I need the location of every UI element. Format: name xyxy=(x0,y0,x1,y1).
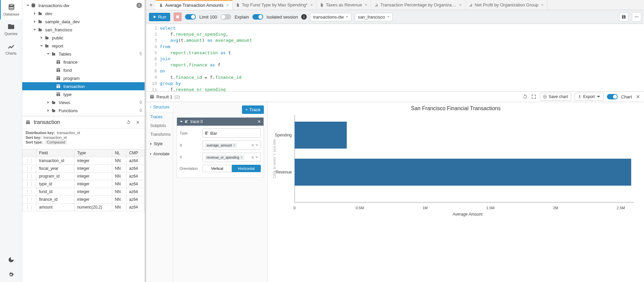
save-button[interactable] xyxy=(619,12,628,22)
cfg-subplots[interactable]: Subplots xyxy=(146,121,173,130)
add-trace-button[interactable]: + Trace xyxy=(242,105,264,114)
type-select[interactable]: Bar xyxy=(203,128,261,138)
chevron-down-icon[interactable] xyxy=(255,144,258,147)
rail-queries[interactable]: Queries xyxy=(0,20,22,39)
cfg-label: Annotate xyxy=(153,152,170,156)
tree-db-dev[interactable]: dev xyxy=(22,9,145,18)
database-dropdown[interactable]: san_francisco xyxy=(355,13,393,21)
table-row[interactable]: ⋮⋮fund_idintegerNNaz64 xyxy=(23,188,145,196)
tree-db-sample[interactable]: sample_data_dev xyxy=(22,18,145,26)
chevron-down-icon[interactable] xyxy=(255,156,258,159)
svg-point-1 xyxy=(636,17,637,17)
col-header-nl[interactable]: NL xyxy=(112,149,126,157)
new-tab-button[interactable]: + xyxy=(146,2,156,8)
result-toolbar: Result 1 (2) Save chart Export Chart xyxy=(146,91,644,102)
expand-button[interactable] xyxy=(531,94,536,99)
table-row[interactable]: ⋮⋮program_idintegerNNaz64 xyxy=(23,173,145,180)
refresh-button[interactable] xyxy=(522,94,528,99)
export-button[interactable]: Export xyxy=(575,93,604,101)
table-row[interactable]: ⋮⋮fiscal_yearintegerNNaz64 xyxy=(23,165,145,173)
close-result-button[interactable] xyxy=(635,94,641,99)
explain-toggle[interactable] xyxy=(220,14,231,20)
tree-schema-report[interactable]: report xyxy=(22,42,145,50)
y-select[interactable]: revenue_or_spending× xyxy=(203,153,261,162)
info-icon[interactable]: i xyxy=(136,3,142,8)
chart-title[interactable]: San Francisco Financial Transactions xyxy=(271,105,641,112)
chart-canvas[interactable]: San Francisco Financial Transactions Cli… xyxy=(268,102,644,282)
x-tick-label: 0 xyxy=(294,206,296,210)
editor-tab[interactable]: Average Transaction Amounts× xyxy=(156,0,233,10)
limit-toggle[interactable] xyxy=(185,14,196,20)
info-icon[interactable]: i xyxy=(301,14,307,20)
tab-close[interactable]: × xyxy=(365,2,367,7)
editor-tab[interactable]: Transaction Percentage by Organization G… xyxy=(371,0,465,10)
chart-bar[interactable] xyxy=(295,159,631,186)
sql-editor[interactable]: 12345678910111213 select f.revenue_or_sp… xyxy=(146,24,644,91)
tab-label: Top Fund Type by Max Spending* xyxy=(242,2,308,7)
editor-tab[interactable]: Taxes as Revenue× xyxy=(316,0,371,10)
save-chart-label: Save chart xyxy=(549,94,568,99)
more-button[interactable] xyxy=(632,12,641,22)
x-axis-label[interactable]: Average Amount xyxy=(295,212,641,217)
x-select[interactable]: average_amount× xyxy=(203,140,261,150)
table-detail-panel: transaction Distribution key:transaction… xyxy=(22,116,145,282)
col-header-type[interactable]: Type xyxy=(74,149,112,157)
connection-dropdown[interactable]: transactions-dw xyxy=(310,13,351,21)
tab-close[interactable]: × xyxy=(226,3,229,8)
orient-horizontal[interactable]: Horizontal xyxy=(232,165,261,172)
y-category-label: Spending xyxy=(268,133,292,137)
table-row[interactable]: ⋮⋮finance_idintegerNNaz64 xyxy=(23,196,145,203)
settings-button[interactable] xyxy=(0,267,22,282)
rail-database[interactable]: Database xyxy=(0,0,22,20)
table-row[interactable]: ⋮⋮amountnumeric(20,2)NNaz64 xyxy=(23,203,145,211)
chip-remove[interactable]: × xyxy=(241,156,243,159)
tab-close[interactable]: × xyxy=(310,2,313,7)
tree-table-finance[interactable]: finance xyxy=(22,58,145,66)
refresh-button[interactable] xyxy=(125,119,132,126)
tree-table-type[interactable]: type xyxy=(22,90,145,98)
orient-vertical[interactable]: Vertical xyxy=(203,165,232,172)
cfg-transforms[interactable]: Transforms xyxy=(146,130,173,139)
editor-tab[interactable]: Net Profit by Organization Group× xyxy=(465,0,547,10)
cfg-traces[interactable]: Traces xyxy=(146,113,173,121)
tree-table-transaction[interactable]: transaction xyxy=(22,82,145,90)
meta-value: transaction_id xyxy=(43,135,67,139)
result-tab[interactable]: Result 1 (2) xyxy=(150,94,180,99)
tree-views[interactable]: Views 0 xyxy=(22,98,145,106)
close-icon xyxy=(635,94,641,99)
col-header-cmp[interactable]: CMP xyxy=(126,149,145,157)
tab-close[interactable]: × xyxy=(541,2,544,7)
chevron-right-icon xyxy=(33,12,36,15)
tree-connection[interactable]: transactions-dw i xyxy=(22,1,145,9)
chart-bar[interactable] xyxy=(295,122,347,149)
svg-point-0 xyxy=(635,17,636,17)
tree-db-sf[interactable]: san_francisco xyxy=(22,26,145,34)
tree-tables[interactable]: Tables 5 xyxy=(22,50,145,58)
rail-charts[interactable]: Charts xyxy=(0,39,22,59)
trace-header[interactable]: trace 0 ✕ xyxy=(177,118,264,126)
theme-toggle[interactable] xyxy=(0,252,22,267)
tree-table-program[interactable]: program xyxy=(22,74,145,82)
stop-button[interactable] xyxy=(174,12,182,21)
close-button[interactable] xyxy=(134,119,141,126)
editor-tab[interactable]: Top Fund Type by Max Spending*× xyxy=(233,0,316,10)
close-icon[interactable] xyxy=(251,144,254,147)
tree-functions[interactable]: Functions 0 xyxy=(22,106,145,115)
tree-schema-public[interactable]: public xyxy=(22,34,145,42)
table-row[interactable]: ⋮⋮type_idintegerNNaz64 xyxy=(23,180,145,188)
tree-count: 0 xyxy=(140,108,142,113)
save-chart-button[interactable]: Save chart xyxy=(540,93,571,101)
col-header-field[interactable]: Field xyxy=(36,149,74,157)
isolated-toggle[interactable] xyxy=(252,14,263,20)
close-icon[interactable] xyxy=(251,156,254,159)
cfg-style[interactable]: Style xyxy=(146,139,173,149)
run-button[interactable]: Run xyxy=(149,13,170,21)
chip-remove[interactable]: × xyxy=(233,144,235,147)
trace-close[interactable]: ✕ xyxy=(257,119,261,124)
table-row[interactable]: ⋮⋮transaction_idintegerNNaz64 xyxy=(23,157,145,165)
cfg-structure[interactable]: Structure xyxy=(146,102,173,113)
cfg-annotate[interactable]: Annotate xyxy=(146,149,173,159)
chart-toggle[interactable] xyxy=(607,94,618,99)
tab-close[interactable]: × xyxy=(459,2,462,7)
tree-table-fund[interactable]: fund xyxy=(22,66,145,74)
